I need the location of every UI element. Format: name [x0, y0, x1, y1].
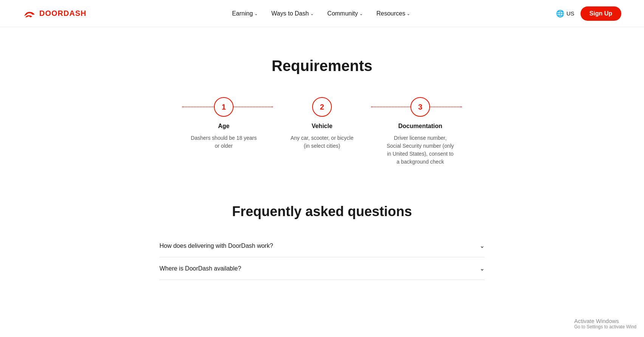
step-age: 1 Age Dashers should be 18 years or olde…	[175, 97, 273, 150]
steps-container: 1 Age Dashers should be 18 years or olde…	[159, 97, 485, 166]
resources-chevron-icon: ⌄	[407, 11, 410, 16]
navbar: DOORDASH Earning ⌄ Ways to Dash ⌄ Commun…	[0, 0, 644, 27]
lang-label: US	[567, 10, 574, 17]
step-1-circle: 1	[214, 97, 234, 117]
faq-section: Frequently asked questions How does deli…	[159, 189, 485, 295]
ways-chevron-icon: ⌄	[310, 11, 314, 16]
requirements-section: Requirements 1 Age Dashers should be 18 …	[159, 50, 485, 189]
nav-ways-to-dash[interactable]: Ways to Dash ⌄	[271, 10, 314, 17]
step-1-desc: Dashers should be 18 years or older	[190, 134, 258, 150]
doordash-logo-icon	[23, 8, 36, 19]
faq-item-1[interactable]: How does delivering with DoorDash work? …	[159, 235, 485, 257]
requirements-title: Requirements	[159, 57, 485, 74]
faq-item-2[interactable]: Where is DoorDash available? ⌄	[159, 257, 485, 280]
faq-question-2: Where is DoorDash available?	[159, 265, 241, 272]
watermark-line2: Go to Settings to activate Wind	[574, 324, 636, 329]
faq-chevron-1-icon: ⌄	[480, 242, 485, 249]
step-1-label: Age	[218, 123, 229, 130]
step-vehicle: 2 Vehicle Any car, scooter, or bicycle (…	[273, 97, 371, 150]
nav-community[interactable]: Community ⌄	[327, 10, 363, 17]
logo-text: DOORDASH	[39, 9, 87, 18]
faq-chevron-2-icon: ⌄	[480, 265, 485, 272]
nav-resources[interactable]: Resources ⌄	[376, 10, 410, 17]
signup-button[interactable]: Sign Up	[581, 6, 621, 21]
step-3-label: Documentation	[398, 123, 442, 130]
step-2-label: Vehicle	[311, 123, 332, 130]
nav-right: 🌐 US Sign Up	[556, 6, 621, 21]
community-chevron-icon: ⌄	[359, 11, 363, 16]
faq-title: Frequently asked questions	[159, 204, 485, 220]
step-3-desc: Driver license number, Social Security n…	[386, 134, 454, 166]
step-2-desc: Any car, scooter, or bicycle (in select …	[288, 134, 356, 150]
windows-watermark: Activate Windows Go to Settings to activ…	[574, 318, 636, 329]
globe-icon: 🌐	[556, 9, 564, 18]
main-content: Requirements 1 Age Dashers should be 18 …	[152, 27, 492, 295]
step-3-circle: 3	[410, 97, 430, 117]
language-selector[interactable]: 🌐 US	[556, 9, 574, 18]
faq-question-1: How does delivering with DoorDash work?	[159, 243, 273, 249]
logo-link[interactable]: DOORDASH	[23, 8, 87, 19]
step-documentation: 3 Documentation Driver license number, S…	[371, 97, 469, 166]
earning-chevron-icon: ⌄	[254, 11, 258, 16]
nav-links: Earning ⌄ Ways to Dash ⌄ Community ⌄ Res…	[87, 10, 556, 17]
step-2-circle: 2	[312, 97, 332, 117]
watermark-line1: Activate Windows	[574, 318, 636, 324]
nav-earning[interactable]: Earning ⌄	[232, 10, 258, 17]
